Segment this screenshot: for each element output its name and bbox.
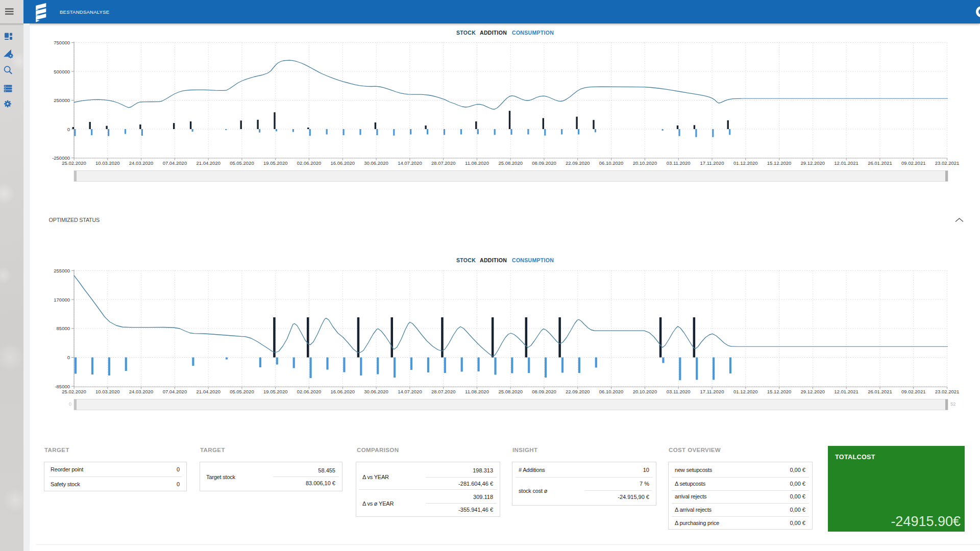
svg-text:25.08.2020: 25.08.2020 (498, 389, 523, 394)
svg-text:17.11.2020: 17.11.2020 (700, 389, 724, 394)
svg-text:STOCK: STOCK (456, 30, 476, 36)
svg-text:85000: 85000 (57, 325, 70, 331)
svg-text:05.05.2020: 05.05.2020 (230, 389, 254, 394)
svg-text:09.02.2021: 09.02.2021 (901, 389, 926, 394)
svg-text:19.05.2020: 19.05.2020 (263, 160, 288, 166)
svg-text:07.04.2020: 07.04.2020 (163, 389, 187, 394)
svg-text:06.10.2020: 06.10.2020 (599, 160, 624, 166)
svg-text:25.08.2020: 25.08.2020 (498, 160, 523, 166)
svg-text:14.07.2020: 14.07.2020 (398, 160, 422, 166)
svg-text:03.11.2020: 03.11.2020 (667, 160, 691, 166)
svg-text:26.01.2021: 26.01.2021 (868, 160, 892, 166)
svg-text:10.03.2020: 10.03.2020 (95, 389, 120, 394)
svg-text:170000: 170000 (54, 297, 70, 303)
svg-text:0: 0 (67, 127, 70, 132)
svg-text:16.06.2020: 16.06.2020 (331, 160, 355, 166)
svg-text:21.04.2020: 21.04.2020 (196, 389, 220, 394)
svg-text:21.04.2020: 21.04.2020 (196, 160, 220, 166)
svg-text:29.12.2020: 29.12.2020 (801, 389, 825, 394)
svg-text:06.10.2020: 06.10.2020 (599, 389, 624, 394)
svg-text:19.05.2020: 19.05.2020 (263, 389, 288, 394)
svg-text:OPTIMIZED STATUS: OPTIMIZED STATUS (49, 217, 100, 223)
svg-text:02.06.2020: 02.06.2020 (297, 160, 322, 166)
svg-text:09.02.2021: 09.02.2021 (901, 160, 926, 166)
svg-text:26.01.2021: 26.01.2021 (868, 389, 892, 394)
svg-text:255000: 255000 (54, 268, 70, 273)
svg-text:10.03.2020: 10.03.2020 (95, 160, 120, 166)
svg-text:52: 52 (950, 401, 956, 407)
svg-text:02.06.2020: 02.06.2020 (297, 389, 322, 394)
svg-text:03.11.2020: 03.11.2020 (667, 389, 691, 394)
svg-text:28.07.2020: 28.07.2020 (431, 389, 456, 394)
svg-text:15.12.2020: 15.12.2020 (767, 160, 792, 166)
svg-text:22.09.2020: 22.09.2020 (566, 389, 590, 394)
svg-text:08.09.2020: 08.09.2020 (532, 160, 556, 166)
svg-text:15.12.2020: 15.12.2020 (767, 389, 792, 394)
svg-text:11.08.2020: 11.08.2020 (465, 160, 489, 166)
svg-text:STOCK: STOCK (456, 257, 476, 263)
svg-text:25.02.2020: 25.02.2020 (62, 389, 86, 394)
svg-text:16.06.2020: 16.06.2020 (331, 389, 355, 394)
svg-text:20.10.2020: 20.10.2020 (633, 389, 657, 394)
svg-text:30.06.2020: 30.06.2020 (364, 389, 388, 394)
svg-text:17.11.2020: 17.11.2020 (700, 160, 724, 166)
svg-text:CONSUMPTION: CONSUMPTION (512, 257, 554, 263)
svg-text:14.07.2020: 14.07.2020 (398, 389, 422, 394)
svg-text:23.02.2021: 23.02.2021 (935, 160, 960, 166)
svg-text:25.02.2020: 25.02.2020 (62, 160, 86, 166)
svg-text:250000: 250000 (54, 97, 70, 103)
svg-text:ADDITION: ADDITION (480, 30, 507, 36)
svg-text:11.08.2020: 11.08.2020 (465, 389, 489, 394)
svg-text:30.06.2020: 30.06.2020 (364, 160, 388, 166)
svg-text:22.09.2020: 22.09.2020 (566, 160, 590, 166)
svg-text:20.10.2020: 20.10.2020 (633, 160, 657, 166)
svg-text:29.12.2020: 29.12.2020 (801, 160, 825, 166)
svg-text:CONSUMPTION: CONSUMPTION (512, 30, 554, 36)
svg-text:28.07.2020: 28.07.2020 (431, 160, 456, 166)
svg-text:08.09.2020: 08.09.2020 (532, 389, 556, 394)
svg-text:0: 0 (69, 401, 71, 407)
svg-text:24.03.2020: 24.03.2020 (129, 160, 154, 166)
svg-text:750000: 750000 (54, 40, 70, 45)
svg-text:500000: 500000 (54, 69, 70, 74)
svg-text:23.02.2021: 23.02.2021 (935, 389, 960, 394)
svg-text:ADDITION: ADDITION (480, 257, 507, 263)
svg-text:05.05.2020: 05.05.2020 (230, 160, 254, 166)
svg-text:12.01.2021: 12.01.2021 (834, 160, 859, 166)
svg-text:01.12.2020: 01.12.2020 (733, 389, 758, 394)
svg-text:0: 0 (67, 355, 70, 360)
svg-text:01.12.2020: 01.12.2020 (733, 160, 758, 166)
svg-text:12.01.2021: 12.01.2021 (834, 389, 859, 394)
svg-text:24.03.2020: 24.03.2020 (129, 389, 154, 394)
svg-text:07.04.2020: 07.04.2020 (163, 160, 187, 166)
